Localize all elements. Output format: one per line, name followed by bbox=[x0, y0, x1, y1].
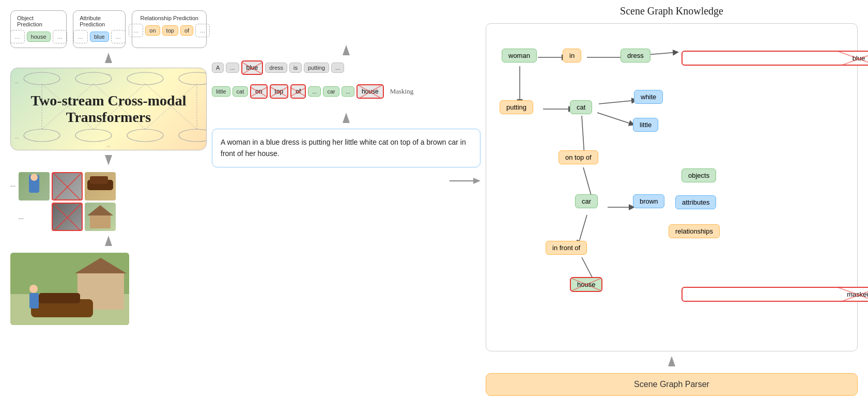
svg-line-42 bbox=[599, 100, 636, 104]
attribute-prediction-title: Attribute Prediction bbox=[80, 15, 119, 27]
node-in: in bbox=[563, 49, 581, 63]
image-dots: ... bbox=[10, 180, 16, 189]
text-sequence-1: A ... blue dress is putting ... bbox=[212, 60, 481, 75]
image-grid: ... bbox=[19, 172, 116, 231]
node-attributes: attributes bbox=[675, 195, 716, 209]
svg-marker-34 bbox=[343, 113, 350, 123]
node-dress: dress bbox=[621, 49, 650, 63]
svg-point-19 bbox=[30, 174, 38, 181]
node-on-top-of: on top of bbox=[559, 150, 598, 164]
token-cat: cat bbox=[233, 86, 249, 97]
arrow-up-3 bbox=[212, 45, 481, 55]
relationship-prediction-box: Relationship Prediction ... on top of ..… bbox=[132, 10, 207, 48]
relationship-prediction-tokens: ... on top of ... bbox=[129, 24, 210, 37]
token-putting: putting bbox=[304, 63, 329, 73]
object-prediction-title: Object Prediction bbox=[17, 15, 60, 27]
node-woman: woman bbox=[502, 49, 537, 63]
image-car-dark bbox=[85, 172, 116, 201]
token-car: car bbox=[323, 86, 339, 97]
image-wheel-crossed bbox=[52, 203, 83, 231]
node-masked: masked bbox=[681, 287, 868, 302]
arrow-up-5 bbox=[486, 356, 858, 366]
arrow-up-4 bbox=[212, 113, 481, 123]
svg-line-39 bbox=[646, 52, 677, 55]
right-arrow-section bbox=[212, 176, 481, 186]
svg-marker-22 bbox=[87, 205, 113, 215]
parser-label: Scene Graph Parser bbox=[634, 380, 709, 389]
svg-point-1 bbox=[24, 72, 60, 85]
node-cat: cat bbox=[570, 100, 592, 114]
token-dots-4: ... bbox=[111, 30, 126, 43]
dots-top: ... bbox=[106, 70, 111, 76]
svg-point-4 bbox=[179, 72, 206, 85]
node-relationships: relationships bbox=[669, 224, 720, 238]
image-engine-crossed bbox=[52, 172, 83, 201]
svg-line-43 bbox=[597, 113, 633, 125]
masking-label: Masking bbox=[390, 87, 414, 96]
scene-graph-title: Scene Graph Knowledge bbox=[486, 5, 858, 17]
token-little: little bbox=[212, 86, 230, 97]
svg-point-3 bbox=[127, 72, 163, 85]
token-dots-5: ... bbox=[129, 24, 143, 37]
svg-point-6 bbox=[75, 129, 112, 142]
scene-graph-edges bbox=[486, 24, 857, 351]
node-in-front-of: in front of bbox=[546, 241, 587, 255]
token-is: is bbox=[289, 63, 302, 73]
node-objects: objects bbox=[681, 168, 716, 182]
token-on: on bbox=[145, 25, 160, 36]
arrow-up-1 bbox=[10, 53, 207, 63]
token-dots-3: ... bbox=[73, 30, 88, 43]
svg-rect-32 bbox=[29, 293, 39, 309]
text-sequence-2: little cat on top of ... car ... house M… bbox=[212, 84, 481, 99]
token-dots-6: ... bbox=[195, 24, 210, 37]
attribute-prediction-box: Attribute Prediction ... blue ... bbox=[73, 10, 126, 48]
image-house bbox=[85, 203, 116, 231]
scene-graph-box: woman in dress blue putting cat white li… bbox=[486, 23, 858, 351]
svg-rect-30 bbox=[39, 293, 80, 303]
token-of: of bbox=[180, 25, 193, 36]
transformer-title: Two-stream Cross-modal Transformers bbox=[21, 92, 196, 126]
node-white: white bbox=[634, 90, 663, 104]
token-top: top bbox=[162, 25, 178, 36]
token-on-masked: on bbox=[250, 84, 267, 99]
svg-rect-23 bbox=[90, 215, 111, 228]
arrow-up-2 bbox=[10, 236, 207, 246]
token-blue: blue bbox=[90, 32, 109, 42]
prediction-boxes: Object Prediction ... house ... Attribut… bbox=[10, 10, 207, 48]
transformer-box: ... ... ... ... Two-stream Cross-modal T… bbox=[10, 68, 207, 150]
token-ellipsis-1: ... bbox=[226, 63, 239, 73]
spacer bbox=[212, 102, 481, 109]
arrow-down-1 bbox=[10, 155, 207, 165]
svg-point-5 bbox=[24, 129, 60, 142]
object-prediction-box: Object Prediction ... house ... bbox=[10, 10, 67, 48]
dots-bottom: ... bbox=[106, 142, 111, 148]
relationship-prediction-title: Relationship Prediction bbox=[140, 15, 198, 21]
text-description: A woman in a blue dress is putting her l… bbox=[212, 129, 481, 167]
house-label: house bbox=[577, 281, 595, 288]
svg-marker-36 bbox=[473, 178, 481, 184]
scene-graph-parser: Scene Graph Parser bbox=[486, 373, 858, 396]
token-ellipsis-4: ... bbox=[342, 86, 354, 97]
object-prediction-tokens: ... house ... bbox=[10, 30, 67, 43]
token-house: house bbox=[27, 32, 51, 42]
token-dots-2: ... bbox=[53, 30, 67, 43]
token-ellipsis-3: ... bbox=[308, 86, 321, 97]
dots-left-top: ... bbox=[15, 79, 19, 84]
token-dress: dress bbox=[265, 63, 287, 73]
middle-section: A ... blue dress is putting ... little c… bbox=[212, 5, 481, 396]
image-row-2-dots: ... bbox=[19, 203, 50, 231]
svg-marker-24 bbox=[105, 236, 112, 246]
svg-marker-0 bbox=[105, 53, 112, 63]
svg-rect-21 bbox=[90, 176, 108, 184]
arrow-right-icon bbox=[450, 176, 481, 186]
svg-marker-52 bbox=[668, 356, 675, 366]
svg-point-31 bbox=[29, 285, 38, 293]
token-of-masked: of bbox=[290, 84, 306, 99]
svg-point-8 bbox=[179, 129, 206, 142]
node-car: car bbox=[575, 194, 598, 208]
token-top-masked: top bbox=[270, 84, 289, 99]
source-image bbox=[10, 253, 129, 325]
svg-marker-17 bbox=[105, 155, 112, 165]
node-brown: brown bbox=[633, 194, 664, 208]
image-section: ... ... bbox=[10, 170, 207, 231]
